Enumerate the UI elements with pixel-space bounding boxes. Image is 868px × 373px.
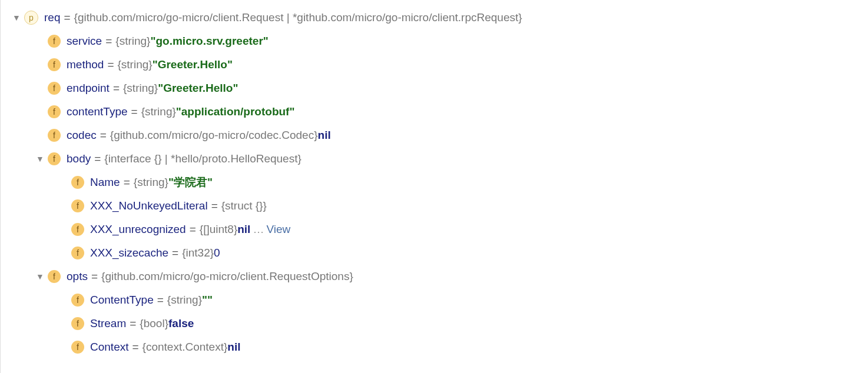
type-info: {context.Context}: [143, 341, 228, 354]
type-info: {string}: [167, 294, 202, 307]
tree-row[interactable]: fContext={context.Context} nil: [12, 335, 856, 359]
field-badge-icon: f: [48, 105, 61, 118]
field-badge-icon: f: [48, 58, 61, 71]
expand-arrow-icon[interactable]: ▼: [36, 154, 44, 164]
variable-value: 0: [214, 247, 220, 259]
type-info: {github.com/micro/go-micro/client.Reques…: [101, 270, 353, 283]
expand-arrow-icon[interactable]: ▼: [12, 13, 21, 22]
equals-sign: =: [105, 35, 112, 48]
variable-value: "Greeter.Hello": [153, 58, 233, 71]
field-badge-icon: f: [48, 82, 61, 95]
equals-sign: =: [91, 270, 98, 283]
type-info: {string}: [134, 176, 168, 189]
ellipsis-icon: …: [253, 223, 264, 236]
expand-arrow-icon[interactable]: ▼: [36, 272, 44, 281]
type-info: {bool}: [140, 317, 168, 330]
field-badge-icon: f: [71, 317, 84, 330]
variable-value: nil: [227, 341, 240, 354]
equals-sign: =: [64, 11, 70, 24]
type-info: {github.com/micro/go-micro/codec.Codec}: [110, 129, 318, 142]
variable-value: nil: [318, 129, 331, 142]
tree-row[interactable]: ▼fopts={github.com/micro/go-micro/client…: [12, 265, 856, 288]
equals-sign: =: [131, 105, 138, 118]
field-badge-icon: f: [71, 199, 84, 212]
tree-row[interactable]: fContentType={string} "": [12, 288, 856, 312]
tree-row[interactable]: fName={string} "学院君": [12, 171, 856, 194]
field-badge-icon: f: [71, 176, 84, 189]
variable-value: false: [168, 317, 194, 330]
tree-row[interactable]: ▼preq={github.com/micro/go-micro/client.…: [12, 6, 856, 29]
type-info: {string}: [141, 105, 176, 118]
variable-name: req: [44, 11, 60, 24]
variable-value: "": [202, 294, 213, 307]
type-info: {string}: [123, 82, 158, 95]
equals-sign: =: [113, 82, 120, 95]
tree-row[interactable]: fcodec={github.com/micro/go-micro/codec.…: [12, 124, 856, 147]
variable-name: opts: [67, 270, 88, 283]
field-badge-icon: f: [48, 129, 61, 142]
tree-row[interactable]: fendpoint={string} "Greeter.Hello": [12, 76, 856, 100]
variable-value: "学院君": [168, 175, 213, 190]
field-badge-icon: f: [71, 247, 84, 259]
variable-name: Stream: [90, 317, 126, 330]
variable-name: service: [67, 35, 102, 48]
variable-name: Context: [90, 341, 128, 354]
tree-row[interactable]: fStream={bool} false: [12, 312, 856, 335]
equals-sign: =: [100, 129, 107, 142]
variable-name: Name: [90, 176, 120, 189]
field-badge-icon: f: [71, 294, 84, 307]
variable-name: ContentType: [90, 294, 154, 307]
variable-name: body: [67, 152, 91, 165]
equals-sign: =: [94, 152, 101, 165]
variable-value: nil: [237, 223, 250, 236]
field-badge-icon: f: [48, 35, 61, 48]
equals-sign: =: [132, 341, 138, 354]
type-info: {string}: [117, 58, 152, 71]
parameter-badge-icon: p: [24, 11, 38, 25]
variable-name: codec: [67, 129, 97, 142]
equals-sign: =: [172, 247, 178, 259]
field-badge-icon: f: [71, 223, 84, 236]
view-link[interactable]: View: [266, 223, 290, 236]
tree-row[interactable]: fmethod={string} "Greeter.Hello": [12, 53, 856, 76]
equals-sign: =: [124, 176, 130, 189]
variable-value: "application/protobuf": [176, 105, 295, 118]
debugger-variables-tree: ▼preq={github.com/micro/go-micro/client.…: [12, 6, 856, 359]
tree-row[interactable]: fXXX_unrecognized={[]uint8} nil…View: [12, 218, 856, 241]
variable-name: contentType: [67, 105, 128, 118]
field-badge-icon: f: [48, 152, 61, 165]
variable-name: method: [67, 58, 104, 71]
variable-name: XXX_unrecognized: [90, 223, 186, 236]
type-info: {[]uint8}: [200, 223, 237, 236]
variable-value: "go.micro.srv.greeter": [150, 35, 268, 48]
equals-sign: =: [211, 199, 218, 212]
type-info: {int32}: [182, 247, 214, 259]
type-info: {struct {}}: [221, 199, 267, 212]
equals-sign: =: [130, 317, 136, 330]
tree-row[interactable]: fservice={string} "go.micro.srv.greeter": [12, 29, 856, 53]
variable-name: XXX_sizecache: [90, 247, 168, 259]
equals-sign: =: [107, 58, 114, 71]
type-info: {github.com/micro/go-micro/client.Reques…: [74, 11, 522, 24]
equals-sign: =: [157, 294, 164, 307]
type-info: {string}: [115, 35, 150, 48]
type-info: {interface {} | *hello/proto.HelloReques…: [104, 152, 302, 165]
tree-row[interactable]: ▼fbody={interface {} | *hello/proto.Hell…: [12, 147, 856, 171]
equals-sign: =: [190, 223, 196, 236]
field-badge-icon: f: [48, 270, 61, 283]
variable-name: endpoint: [67, 82, 110, 95]
tree-row[interactable]: fXXX_NoUnkeyedLiteral={struct {}}: [12, 194, 856, 218]
tree-row[interactable]: fcontentType={string} "application/proto…: [12, 100, 856, 124]
variable-value: "Greeter.Hello": [158, 82, 238, 95]
tree-row[interactable]: fXXX_sizecache={int32} 0: [12, 241, 856, 265]
field-badge-icon: f: [71, 341, 84, 354]
variable-name: XXX_NoUnkeyedLiteral: [90, 199, 208, 212]
